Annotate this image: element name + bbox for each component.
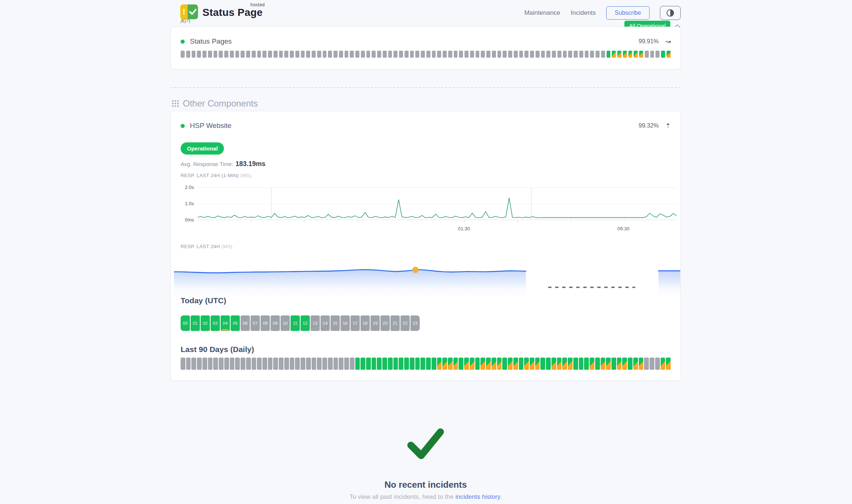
uptime-cell[interactable]: [191, 358, 196, 370]
uptime-cell[interactable]: [557, 358, 562, 370]
uptime-cell[interactable]: [295, 51, 299, 58]
uptime-cell[interactable]: [274, 51, 278, 58]
uptime-cell[interactable]: [306, 358, 311, 370]
uptime-cell[interactable]: [181, 358, 185, 370]
uptime-cell[interactable]: [279, 51, 283, 58]
uptime-cell[interactable]: [541, 51, 545, 58]
uptime-cell[interactable]: [284, 51, 288, 58]
uptime-cell[interactable]: [322, 358, 327, 370]
uptime-cell[interactable]: [585, 51, 589, 58]
uptime-cell[interactable]: [284, 358, 289, 370]
uptime-cell[interactable]: [426, 51, 430, 58]
uptime-cell[interactable]: [601, 358, 606, 370]
uptime-cell[interactable]: [197, 358, 202, 370]
uptime-cell[interactable]: [464, 358, 469, 370]
uptime-cell[interactable]: [213, 358, 218, 370]
uptime-cell[interactable]: [502, 358, 507, 370]
uptime-cell[interactable]: [562, 358, 567, 370]
hour-cell-18[interactable]: 18: [360, 315, 370, 331]
uptime-cell[interactable]: [519, 358, 524, 370]
uptime-cell[interactable]: [317, 358, 322, 370]
uptime-cell[interactable]: [454, 51, 458, 58]
uptime-cell[interactable]: [192, 51, 196, 58]
uptime-cell[interactable]: [230, 51, 234, 58]
uptime-cell[interactable]: [383, 51, 387, 58]
uptime-cell[interactable]: [290, 358, 295, 370]
uptime-cell[interactable]: [666, 358, 671, 370]
hour-cell-09[interactable]: 09: [271, 315, 280, 331]
uptime-cell[interactable]: [492, 51, 496, 58]
nav-maintenance[interactable]: Maintenance: [524, 9, 560, 17]
hour-cell-14[interactable]: 14: [321, 315, 330, 331]
hour-cell-22[interactable]: 22: [400, 315, 410, 331]
uptime-cell[interactable]: [459, 51, 463, 58]
uptime-cell[interactable]: [448, 358, 453, 370]
uptime-cell[interactable]: [235, 51, 239, 58]
uptime-cell[interactable]: [262, 51, 266, 58]
hour-cell-00[interactable]: 00: [181, 315, 190, 331]
uptime-cell[interactable]: [661, 358, 665, 370]
uptime-cell[interactable]: [279, 358, 284, 370]
chart1-plot[interactable]: 01:3009:30: [198, 187, 677, 222]
uptime-cell[interactable]: [617, 358, 622, 370]
uptime-cell[interactable]: [415, 358, 420, 370]
uptime-cell[interactable]: [437, 358, 442, 370]
uptime-cell[interactable]: [617, 51, 621, 58]
uptime-cell[interactable]: [372, 358, 376, 370]
uptime-cell[interactable]: [344, 358, 349, 370]
uptime-cell[interactable]: [350, 51, 354, 58]
uptime-cell[interactable]: [202, 51, 207, 58]
hour-cell-03[interactable]: 03: [211, 315, 220, 331]
hour-cell-02[interactable]: 02: [201, 315, 210, 331]
uptime-cell[interactable]: [639, 358, 644, 370]
logo[interactable]: ! Status Page hosted: [180, 4, 262, 19]
uptime-cell[interactable]: [611, 358, 616, 370]
uptime-cell[interactable]: [644, 358, 649, 370]
uptime-cell[interactable]: [557, 51, 561, 58]
uptime-cell[interactable]: [546, 358, 551, 370]
theme-toggle-button[interactable]: [660, 6, 681, 20]
uptime-cell[interactable]: [633, 358, 638, 370]
uptime-cell[interactable]: [443, 51, 447, 58]
uptime-cell[interactable]: [628, 358, 633, 370]
uptime-cell[interactable]: [508, 358, 513, 370]
component-row-status-pages[interactable]: Status Pages 99.91% ↝: [181, 37, 671, 45]
uptime-cell[interactable]: [421, 51, 425, 58]
uptime-cell[interactable]: [650, 358, 654, 370]
uptime-cell[interactable]: [606, 358, 611, 370]
hour-cell-16[interactable]: 16: [341, 315, 350, 331]
uptime-cell[interactable]: [301, 358, 305, 370]
uptime-cell[interactable]: [219, 358, 224, 370]
uptime-cell[interactable]: [607, 51, 611, 58]
uptime-cell[interactable]: [432, 358, 436, 370]
uptime-cell[interactable]: [590, 51, 594, 58]
uptime-cell[interactable]: [405, 51, 409, 58]
subscribe-button[interactable]: Subscribe: [606, 6, 650, 20]
hour-cell-23[interactable]: 23: [410, 315, 420, 331]
uptime-cell[interactable]: [535, 358, 540, 370]
uptime-cell[interactable]: [661, 51, 665, 58]
uptime-cell[interactable]: [399, 51, 403, 58]
uptime-cell[interactable]: [437, 51, 441, 58]
uptime-cell[interactable]: [399, 358, 403, 370]
uptime-cell[interactable]: [464, 51, 469, 58]
uptime-cell[interactable]: [492, 358, 496, 370]
uptime-cell[interactable]: [328, 51, 332, 58]
response-chart-24h[interactable]: [174, 261, 680, 298]
uptime-cell[interactable]: [230, 358, 235, 370]
uptime-cell[interactable]: [339, 358, 343, 370]
uptime-cell[interactable]: [497, 358, 502, 370]
uptime-cell[interactable]: [536, 51, 540, 58]
uptime-cell[interactable]: [345, 51, 349, 58]
uptime-cell[interactable]: [224, 51, 228, 58]
hour-cell-20[interactable]: 20: [380, 315, 390, 331]
uptime-cell[interactable]: [333, 358, 338, 370]
hour-cell-04[interactable]: 04: [221, 315, 230, 331]
uptime-cell[interactable]: [295, 358, 300, 370]
uptime-cell[interactable]: [639, 51, 643, 58]
uptime-cell[interactable]: [628, 51, 633, 58]
hour-cell-19[interactable]: 19: [370, 315, 380, 331]
uptime-cell[interactable]: [252, 358, 256, 370]
uptime-cell[interactable]: [388, 51, 392, 58]
uptime-cell[interactable]: [475, 358, 480, 370]
